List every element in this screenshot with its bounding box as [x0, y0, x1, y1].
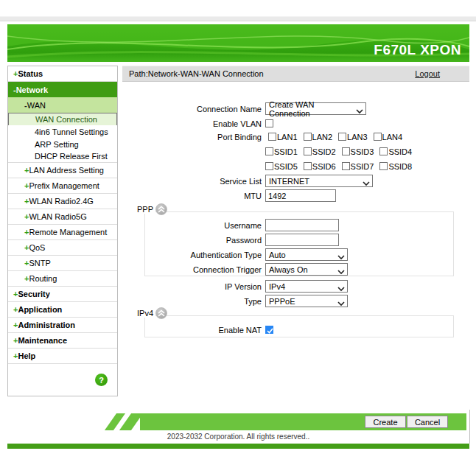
connection-name-select[interactable]: Create WAN Connection: [265, 102, 366, 115]
authentication-type-label: Authentication Type: [122, 251, 262, 259]
enable-nat-label: Enable NAT: [122, 326, 262, 335]
main-panel: Path:Network-WAN-WAN Connection Logout C…: [122, 66, 469, 413]
ip-version-select[interactable]: IPv4: [265, 280, 348, 293]
sidebar-item-network[interactable]: -Network: [8, 82, 117, 97]
help-icon[interactable]: ?: [95, 374, 108, 386]
port-binding-ssid8[interactable]: SSID8: [379, 162, 412, 171]
chevron-down-icon: [337, 253, 345, 262]
chevron-down-icon: [356, 107, 363, 116]
sidebar-item-prefix-management[interactable]: +Prefix Management: [8, 178, 117, 194]
enable-vlan-checkbox[interactable]: [265, 119, 273, 127]
port-binding-ssid4[interactable]: SSID4: [379, 147, 412, 156]
port-binding-ssid5[interactable]: SSID5: [265, 162, 298, 171]
ssid8-checkbox[interactable]: [379, 162, 388, 170]
sidebar-item-help[interactable]: +Help: [8, 349, 117, 364]
lan2-checkbox[interactable]: [304, 133, 312, 141]
password-label: Password: [122, 236, 262, 245]
username-label: Username: [122, 221, 262, 230]
copyright-text: 2023-2032 Corporation. All rights reserv…: [7, 433, 469, 441]
app-window: F670L XPON +Status -Network -WAN WAN Con…: [7, 24, 469, 449]
logout-link[interactable]: Logout: [415, 69, 440, 78]
type-label: Type: [122, 297, 262, 306]
sidebar-item-maintenance[interactable]: +Maintenance: [8, 333, 117, 349]
ppp-section-label: PPP: [136, 205, 155, 214]
sidebar-item-application[interactable]: +Application: [8, 302, 117, 318]
ssid5-checkbox[interactable]: [265, 162, 273, 170]
port-binding-lan4[interactable]: LAN4: [374, 133, 403, 141]
sidebar-item-qos[interactable]: +QoS: [8, 240, 117, 256]
sidebar-item-routing[interactable]: +Routing: [8, 271, 117, 287]
ip-version-label: IP Version: [122, 282, 262, 291]
service-list-select[interactable]: INTERNET: [265, 175, 373, 187]
connection-trigger-select[interactable]: Always On: [265, 263, 348, 276]
action-bar: Create Cancel: [103, 413, 466, 430]
sidebar-item-administration[interactable]: +Administration: [8, 318, 117, 333]
banner: F670L XPON: [7, 24, 469, 62]
enable-nat-checkbox[interactable]: [265, 326, 273, 334]
chevron-down-icon: [363, 179, 370, 188]
chevron-down-icon: [337, 284, 345, 293]
ssid7-checkbox[interactable]: [342, 162, 350, 170]
port-binding-ssid3[interactable]: SSID3: [342, 147, 374, 156]
sidebar-item-security[interactable]: +Security: [8, 287, 117, 302]
port-binding-label: Port Binding: [122, 133, 262, 141]
port-binding-lan2[interactable]: LAN2: [304, 133, 333, 141]
service-list-label: Service List: [122, 177, 262, 186]
sidebar-item-remote-management[interactable]: +Remote Management: [8, 225, 117, 240]
port-binding-lan3[interactable]: LAN3: [338, 133, 368, 141]
sidebar-item-sntp[interactable]: +SNTP: [8, 256, 117, 271]
ssid3-checkbox[interactable]: [342, 147, 350, 155]
sidebar-item-wlan-radio24g[interactable]: +WLAN Radio2.4G: [8, 194, 117, 209]
mtu-input[interactable]: 1492: [265, 189, 336, 202]
sidebar-item-4in6-tunnel-settings[interactable]: 4in6 Tunnel Settings: [8, 125, 117, 138]
chevron-down-icon: [337, 299, 345, 308]
lan3-checkbox[interactable]: [338, 133, 346, 141]
device-model-title: F670L XPON: [374, 42, 461, 58]
lan1-checkbox[interactable]: [268, 133, 276, 141]
sidebar-item-wlan-radio5g[interactable]: +WLAN Radio5G: [8, 209, 117, 225]
ssid1-checkbox[interactable]: [265, 147, 273, 155]
chevron-down-icon: [337, 267, 345, 276]
type-select[interactable]: PPPoE: [265, 295, 348, 307]
sidebar-nav: +Status -Network -WAN WAN Connection 4in…: [7, 66, 118, 396]
ssid2-checkbox[interactable]: [304, 147, 312, 155]
sidebar-item-arp-setting[interactable]: ARP Setting: [8, 138, 117, 150]
top-divider-strip: [0, 16, 476, 21]
collapse-section-icon[interactable]: [155, 307, 167, 319]
cancel-button[interactable]: Cancel: [407, 416, 448, 428]
sidebar-item-dhcp-release-first[interactable]: DHCP Release First: [8, 150, 117, 163]
enable-vlan-label: Enable VLAN: [122, 119, 262, 128]
connection-trigger-label: Connection Trigger: [122, 265, 262, 274]
port-binding-ssid7[interactable]: SSID7: [342, 162, 374, 171]
sidebar-item-wan[interactable]: -WAN: [8, 97, 117, 113]
breadcrumb: Path:Network-WAN-WAN Connection: [129, 69, 264, 78]
bottom-green-bar: [7, 444, 469, 449]
breadcrumb-band: Path:Network-WAN-WAN Connection Logout: [122, 66, 469, 82]
mtu-label: MTU: [122, 192, 262, 200]
port-binding-ssid6[interactable]: SSID6: [304, 162, 336, 171]
ipv4-section-label: IPv4: [136, 309, 155, 318]
ssid6-checkbox[interactable]: [304, 162, 312, 170]
connection-name-label: Connection Name: [122, 105, 262, 113]
port-binding-ssid2[interactable]: SSID2: [304, 147, 336, 156]
lan4-checkbox[interactable]: [374, 133, 382, 141]
sidebar-item-lan-address-setting[interactable]: +LAN Address Setting: [8, 163, 117, 178]
create-button[interactable]: Create: [365, 416, 406, 428]
password-input[interactable]: [265, 234, 339, 246]
page-right-border: [469, 410, 470, 444]
ssid4-checkbox[interactable]: [379, 147, 388, 155]
port-binding-lan1[interactable]: LAN1: [268, 133, 298, 141]
collapse-section-icon[interactable]: [155, 203, 167, 215]
sidebar-item-status[interactable]: +Status: [8, 66, 117, 82]
port-binding-ssid1[interactable]: SSID1: [265, 147, 298, 156]
authentication-type-select[interactable]: Auto: [265, 248, 348, 261]
sidebar-item-wan-connection[interactable]: WAN Connection: [8, 113, 117, 125]
username-input[interactable]: [265, 219, 339, 231]
